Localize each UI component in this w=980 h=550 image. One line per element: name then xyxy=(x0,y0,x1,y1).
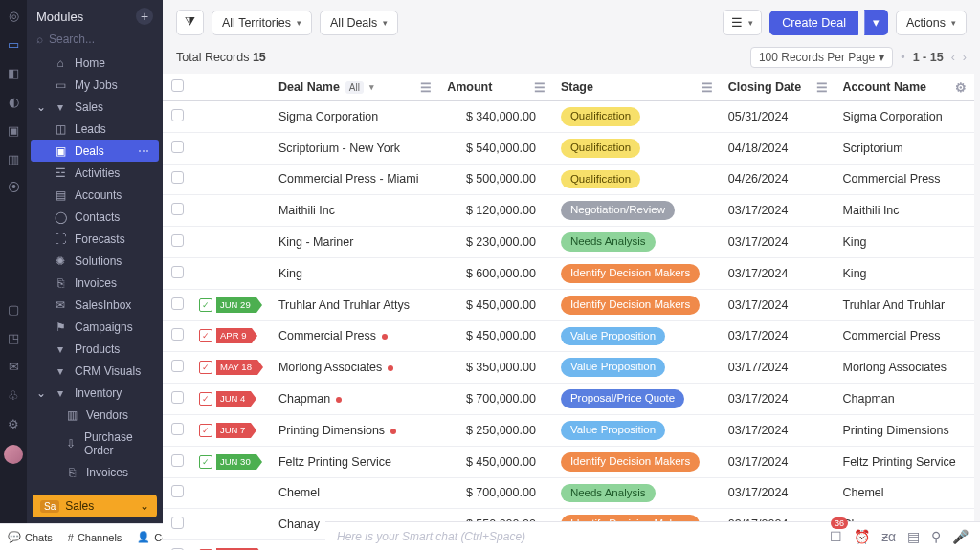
sidebar-item-products[interactable]: ▾Products xyxy=(27,338,163,360)
table-row[interactable]: ✓JUN 29Truhlar And Truhlar Attys$ 450,00… xyxy=(163,289,974,320)
stage-badge[interactable]: Qualification xyxy=(561,107,640,126)
territories-dropdown[interactable]: All Territories▾ xyxy=(212,11,312,35)
table-row[interactable]: King$ 600,000.00Identify Decision Makers… xyxy=(163,257,974,289)
table-row[interactable]: Commercial Press - Miami$ 500,000.00Qual… xyxy=(163,164,974,195)
sidebar-item-forecasts[interactable]: ⛶Forecasts xyxy=(27,228,163,250)
view-toggle-button[interactable]: ☰ ▾ xyxy=(723,10,762,35)
actions-dropdown[interactable]: Actions▾ xyxy=(896,11,967,35)
col-options-icon[interactable]: ☰ xyxy=(816,80,828,95)
sidebar-item-sales[interactable]: ⌄▾Sales xyxy=(27,96,163,118)
rail-bottom-2-icon[interactable]: ◳ xyxy=(6,330,21,345)
filter-button[interactable]: ⧩ xyxy=(176,10,204,35)
select-all-checkbox[interactable] xyxy=(171,79,184,92)
row-checkbox[interactable] xyxy=(171,423,184,435)
row-checkbox[interactable] xyxy=(171,109,184,121)
row-checkbox[interactable] xyxy=(171,141,184,153)
sidebar-search[interactable]: ⌕ Search... xyxy=(36,33,153,46)
col-amount[interactable]: Amount xyxy=(447,80,492,94)
stage-badge[interactable]: Identify Decision Makers xyxy=(561,452,700,472)
col-closing[interactable]: Closing Date xyxy=(728,80,801,94)
date-tag[interactable]: ✓MAY 18 xyxy=(199,360,263,375)
deal-name[interactable]: Chanay xyxy=(278,517,320,531)
sidebar-item-campaigns[interactable]: ⚑Campaigns xyxy=(27,316,163,338)
table-row[interactable]: Sigma Corporation$ 340,000.00Qualificati… xyxy=(163,101,974,133)
row-checkbox[interactable] xyxy=(171,234,184,247)
stage-badge[interactable]: Negotiation/Review xyxy=(561,201,675,220)
account-name-cell[interactable]: Truhlar And Truhlar xyxy=(835,289,974,320)
footer-pin-icon[interactable]: ⚲ xyxy=(931,529,941,544)
row-checkbox[interactable] xyxy=(171,485,184,497)
rail-gear-icon[interactable]: ⚙ xyxy=(6,416,21,431)
stage-badge[interactable]: Value Proposition xyxy=(561,421,665,440)
sidebar-item-salesinbox[interactable]: ✉SalesInbox xyxy=(27,294,163,316)
bottom-chats[interactable]: 💬Chats xyxy=(0,531,60,543)
sidebar-item-invoices[interactable]: ⎘Invoices xyxy=(27,461,163,483)
deal-filter-pill[interactable]: All xyxy=(345,81,364,94)
deal-name[interactable]: King - Mariner xyxy=(278,235,354,249)
account-name-cell[interactable]: Morlong Associates xyxy=(835,352,974,384)
create-deal-button[interactable]: Create Deal xyxy=(769,11,858,35)
sidebar-item-accounts[interactable]: ▤Accounts xyxy=(27,184,163,206)
avatar[interactable] xyxy=(4,445,23,464)
account-name-cell[interactable]: Chemel xyxy=(835,477,974,509)
sidebar-item-activities[interactable]: ☲Activities xyxy=(27,162,163,184)
table-row[interactable]: Maithili Inc$ 120,000.00Negotiation/Revi… xyxy=(163,195,974,227)
deal-name[interactable]: King xyxy=(278,267,302,280)
col-account[interactable]: Account Name xyxy=(843,80,927,94)
account-name-cell[interactable]: Sigma Corporation xyxy=(835,101,974,133)
deal-name[interactable]: Morlong Associates xyxy=(278,361,382,374)
sidebar-item-leads[interactable]: ◫Leads xyxy=(27,118,163,140)
deal-name[interactable]: Sigma Corporation xyxy=(278,110,378,123)
stage-badge[interactable]: Needs Analysis xyxy=(561,484,656,503)
col-deal-name[interactable]: Deal Name xyxy=(278,80,340,94)
account-name-cell[interactable]: Feltz Printing Service xyxy=(835,446,974,477)
row-checkbox[interactable] xyxy=(171,203,184,215)
footer-clock-icon[interactable]: ⏰ xyxy=(854,529,870,544)
deal-name[interactable]: Commercial Press xyxy=(278,329,376,342)
table-row[interactable]: ✓APR 9Commercial Press$ 450,000.00Value … xyxy=(163,320,974,352)
account-name-cell[interactable]: Commercial Press xyxy=(835,320,974,352)
row-checkbox[interactable] xyxy=(171,266,184,278)
stage-badge[interactable]: Proposal/Price Quote xyxy=(561,389,684,408)
per-page-dropdown[interactable]: 100 Records Per Page ▾ xyxy=(750,47,893,68)
stage-badge[interactable]: Value Proposition xyxy=(561,358,665,377)
deal-name[interactable]: Maithili Inc xyxy=(278,204,335,217)
more-icon[interactable]: ⋯ xyxy=(138,144,149,158)
row-checkbox[interactable] xyxy=(171,171,184,184)
add-module-button[interactable]: + xyxy=(136,8,153,25)
sidebar-footer-select[interactable]: Sa Sales ⌄ xyxy=(33,495,157,517)
account-name-cell[interactable]: Maithili Inc xyxy=(835,195,974,227)
create-deal-dropdown[interactable]: ▾ xyxy=(864,10,888,35)
rail-item-4-icon[interactable]: ▣ xyxy=(6,122,21,138)
col-options-icon[interactable]: ☰ xyxy=(534,80,546,95)
date-tag[interactable]: ✓JUN 30 xyxy=(199,454,262,470)
row-checkbox[interactable] xyxy=(171,360,184,372)
deal-name[interactable]: Printing Dimensions xyxy=(278,424,385,437)
table-row[interactable]: ✓JUN 7Printing Dimensions$ 250,000.00Val… xyxy=(163,414,974,446)
table-row[interactable]: King - Mariner$ 230,000.00Needs Analysis… xyxy=(163,227,974,258)
sidebar-item-purchase-order[interactable]: ⇩Purchase Order xyxy=(27,426,163,461)
sidebar-item-inventory[interactable]: ⌄▾Inventory xyxy=(27,382,163,404)
next-page-button[interactable]: › xyxy=(963,51,967,64)
stage-badge[interactable]: Needs Analysis xyxy=(561,232,656,252)
date-tag[interactable]: ✓APR 9 xyxy=(199,328,257,343)
sidebar-item-contacts[interactable]: ◯Contacts xyxy=(27,206,163,228)
col-options-icon[interactable]: ☰ xyxy=(420,80,432,95)
deals-table-wrap[interactable]: Deal Name All▾☰ Amount☰ Stage☰ Closing D… xyxy=(163,74,974,550)
row-checkbox[interactable] xyxy=(171,391,184,404)
rail-bell-icon[interactable]: ♧ xyxy=(6,387,21,403)
rail-item-6-icon[interactable]: ⦿ xyxy=(6,180,21,195)
table-row[interactable]: ✓JUN 4Chapman$ 700,000.00Proposal/Price … xyxy=(163,384,974,415)
rail-mail-icon[interactable]: ✉ xyxy=(6,359,21,374)
row-checkbox[interactable] xyxy=(171,454,184,467)
deal-name[interactable]: Chemel xyxy=(278,486,320,499)
account-name-cell[interactable]: Scriptorium xyxy=(835,132,974,164)
footer-notification-icon[interactable]: ☐36 xyxy=(830,529,842,544)
stage-badge[interactable]: Identify Decision Makers xyxy=(561,296,700,315)
deal-name[interactable]: Scriptorium - New York xyxy=(278,142,400,155)
date-tag[interactable]: ✓JUN 29 xyxy=(199,297,262,313)
rail-item-1-icon[interactable]: ▭ xyxy=(6,36,21,52)
sidebar-item-home[interactable]: ⌂Home xyxy=(27,52,163,74)
rail-item-5-icon[interactable]: ▥ xyxy=(6,151,21,166)
prev-page-button[interactable]: ‹ xyxy=(951,51,955,64)
